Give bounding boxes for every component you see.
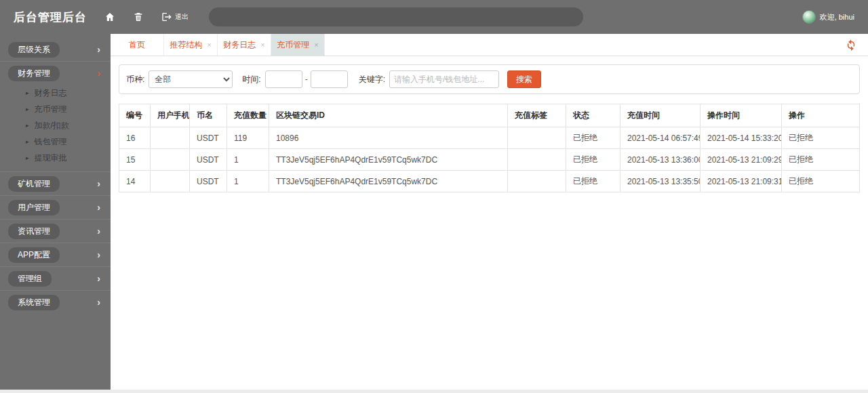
avatar	[802, 10, 816, 24]
time-label: 时间:	[242, 74, 260, 85]
logout-icon	[161, 12, 172, 22]
col-id: 编号	[119, 104, 151, 127]
sidebar-subitem-withdraw-audit[interactable]: ▸ 提现审批	[0, 150, 111, 166]
sidebar-item-label: 系统管理	[8, 295, 60, 310]
cell-id: 16	[119, 127, 151, 149]
cell-deposit-time: 2021-05-14 06:57:49	[620, 127, 701, 149]
sidebar-subitem-label: 财务日志	[35, 87, 67, 99]
welcome-text: 欢迎, bihui	[820, 12, 854, 22]
cell-action: 已拒绝	[782, 149, 860, 171]
cell-phone	[151, 171, 190, 192]
sidebar-item-user[interactable]: 用户管理 ›	[0, 199, 111, 216]
cell-id: 14	[119, 171, 151, 192]
tab-label: 首页	[129, 39, 145, 51]
sidebar-subitem-label: 提现审批	[35, 152, 67, 164]
tab-referral-structure[interactable]: 推荐结构 ×	[164, 34, 218, 56]
col-deposit-time: 充值时间	[620, 104, 701, 127]
cell-tag	[508, 149, 566, 171]
tab-deposit-mgmt[interactable]: 充币管理 ×	[271, 34, 325, 56]
table-row: 14 USDT 1 TT3JeV5qj5EF6hAP4QdrE1v59TCq5w…	[119, 171, 860, 192]
cell-amount: 1	[227, 149, 269, 171]
sidebar-item-admin-group[interactable]: 管理组 ›	[0, 270, 111, 287]
sidebar-item-label: APP配置	[8, 247, 60, 263]
logout-button[interactable]: 退出	[161, 12, 189, 22]
home-icon[interactable]	[104, 12, 115, 22]
header-user[interactable]: 欢迎, bihui	[802, 10, 854, 24]
sidebar-subitem-wallet-mgmt[interactable]: ▸ 钱包管理	[0, 133, 111, 150]
keyword-label: 关键字:	[359, 74, 385, 85]
sidebar-group-user: 用户管理 ›	[0, 196, 111, 220]
top-header: 后台管理后台 退出 欢迎, bihui	[0, 0, 868, 34]
col-coin: 币名	[190, 104, 227, 127]
content-area: 币种: 全部 时间: - 关键字: 搜索	[111, 56, 868, 192]
time-separator: -	[305, 75, 308, 84]
sidebar-group-news: 资讯管理 ›	[0, 220, 111, 243]
close-icon[interactable]: ×	[207, 41, 211, 49]
col-txid: 区块链交易ID	[269, 104, 508, 127]
cell-op-time: 2021-05-13 21:09:29	[701, 149, 782, 171]
coin-label: 币种:	[126, 74, 144, 85]
main-panel: 首页 推荐结构 × 财务日志 × 充币管理 ×	[111, 34, 868, 390]
cell-amount: 1	[227, 171, 269, 192]
sidebar-item-system[interactable]: 系统管理 ›	[0, 293, 111, 311]
trash-icon[interactable]	[133, 12, 144, 22]
sidebar-group-system: 系统管理 ›	[0, 291, 111, 314]
cell-deposit-time: 2021-05-13 13:35:50	[620, 171, 701, 192]
close-icon[interactable]: ×	[260, 41, 264, 49]
close-icon[interactable]: ×	[314, 41, 318, 49]
col-phone: 用户手机号	[151, 104, 190, 127]
deposit-table: 编号 用户手机号 币名 充值数量 区块链交易ID 充值标签 状态 充值时间 操作…	[119, 104, 860, 192]
sidebar-submenu-finance: ▸ 财务日志 ▸ 充币管理 ▸ 加款/扣款 ▸ 钱包管理	[0, 85, 111, 166]
sidebar-item-hierarchy[interactable]: 层级关系 ›	[0, 41, 111, 58]
col-amount: 充值数量	[227, 104, 269, 127]
cell-op-time: 2021-05-13 21:09:31	[701, 171, 782, 192]
sidebar-item-app-config[interactable]: APP配置 ›	[0, 246, 111, 264]
sidebar: 层级关系 › 财务管理 › ▸ 财务日志 ▸ 充币管理	[0, 34, 111, 390]
col-op-time: 操作时间	[701, 104, 782, 127]
cell-coin: USDT	[190, 149, 227, 171]
chevron-right-icon: ›	[97, 274, 100, 283]
sidebar-item-label: 资讯管理	[8, 224, 60, 239]
main-layout: 层级关系 › 财务管理 › ▸ 财务日志 ▸ 充币管理	[0, 34, 868, 390]
sidebar-subitem-label: 加款/扣款	[35, 120, 69, 131]
sidebar-item-label: 财务管理	[8, 66, 60, 81]
cell-txid: 10896	[269, 127, 508, 149]
sidebar-subitem-add-deduct[interactable]: ▸ 加款/扣款	[0, 117, 111, 133]
logout-label: 退出	[175, 12, 189, 22]
time-from-input[interactable]	[265, 70, 302, 88]
header-search-bar[interactable]	[209, 7, 583, 26]
keyword-input[interactable]	[389, 70, 499, 88]
tab-finance-log[interactable]: 财务日志 ×	[218, 34, 271, 56]
sidebar-group-hierarchy: 层级关系 ›	[0, 38, 111, 62]
refresh-icon	[845, 39, 857, 51]
sidebar-subitem-finance-log[interactable]: ▸ 财务日志	[0, 85, 111, 101]
sidebar-subitem-label: 充币管理	[35, 104, 67, 115]
tab-home[interactable]: 首页	[111, 34, 164, 56]
sidebar-item-finance[interactable]: 财务管理 ›	[0, 64, 111, 82]
cell-phone	[151, 127, 190, 149]
tab-label: 推荐结构	[170, 39, 202, 51]
chevron-right-icon: ›	[97, 45, 100, 54]
page-title: 后台管理后台	[14, 9, 87, 25]
cell-coin: USDT	[190, 127, 227, 149]
sidebar-group-finance: 财务管理 › ▸ 财务日志 ▸ 充币管理 ▸ 加款/扣款	[0, 62, 111, 172]
sidebar-item-label: 用户管理	[8, 200, 60, 215]
search-button[interactable]: 搜索	[507, 70, 541, 88]
sidebar-item-news[interactable]: 资讯管理 ›	[0, 222, 111, 240]
tab-label: 充币管理	[277, 39, 309, 51]
header-icons: 退出	[104, 12, 189, 22]
cell-status: 已拒绝	[566, 127, 620, 149]
submenu-bullet-icon: ▸	[26, 139, 29, 145]
sidebar-subitem-deposit-mgmt[interactable]: ▸ 充币管理	[0, 101, 111, 117]
coin-select[interactable]: 全部	[149, 70, 233, 88]
tab-label: 财务日志	[223, 39, 256, 51]
chevron-right-icon: ›	[97, 297, 100, 307]
chevron-right-icon: ›	[97, 250, 100, 260]
chevron-right-icon: ›	[97, 68, 100, 78]
cell-phone	[151, 149, 190, 171]
sidebar-item-miner[interactable]: 矿机管理 ›	[0, 175, 111, 192]
submenu-bullet-icon: ▸	[26, 155, 29, 161]
refresh-button[interactable]	[845, 39, 857, 51]
time-to-input[interactable]	[311, 70, 348, 88]
sidebar-item-label: 管理组	[8, 271, 52, 287]
